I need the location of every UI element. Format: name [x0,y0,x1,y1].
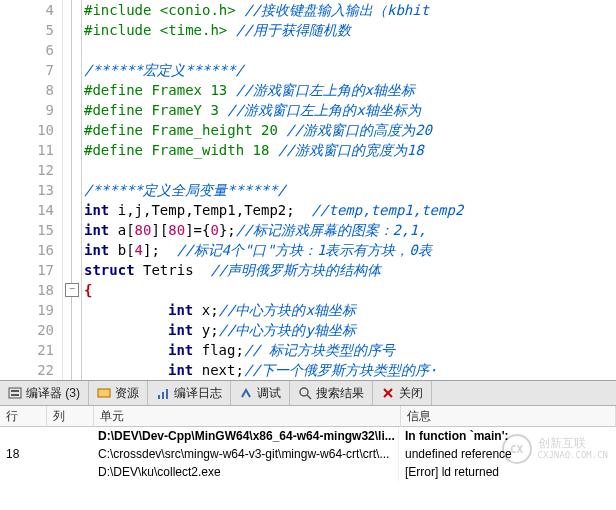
svg-point-7 [300,388,308,396]
panel-rows[interactable]: D:\DEV\Dev-Cpp\MinGW64\x86_64-w64-mingw3… [0,427,616,510]
code-line[interactable]: /******宏定义******/ [84,60,616,80]
tab-debug[interactable]: 调试 [231,381,290,405]
svg-rect-3 [98,389,110,397]
code-line[interactable]: /******定义全局变量******/ [84,180,616,200]
panel-column-headers: 行 列 单元 信息 [0,406,616,427]
header-message[interactable]: 信息 [401,406,616,427]
tab-label: 关闭 [399,385,423,402]
svg-rect-2 [11,394,19,396]
header-line[interactable]: 行 [0,406,47,427]
code-line[interactable]: #define FrameY 3 //游戏窗口左上角的x轴坐标为 [84,100,616,120]
code-line[interactable]: { [84,280,616,300]
code-line[interactable]: int next;//下一个俄罗斯方块类型的序· [84,360,616,380]
table-row[interactable]: 18C:\crossdev\src\mingw-w64-v3-git\mingw… [0,445,616,463]
bottom-panel: 编译器 (3) 资源 编译日志 调试 搜索结果 [0,380,616,510]
svg-rect-0 [9,388,21,398]
line-number-gutter: 4567891011121314151617181920212223 [0,0,63,380]
svg-rect-5 [162,392,164,399]
svg-rect-6 [166,389,168,399]
code-line[interactable]: #include <conio.h> //接收键盘输入输出（kbhit [84,0,616,20]
svg-rect-1 [11,390,19,392]
tab-label: 编译日志 [174,385,222,402]
compiler-icon [8,386,22,400]
code-line[interactable] [84,40,616,60]
code-line[interactable] [84,160,616,180]
tab-compile-log[interactable]: 编译日志 [148,381,231,405]
code-line[interactable]: struct Tetris //声明俄罗斯方块的结构体 [84,260,616,280]
code-line[interactable]: #define Framex 13 //游戏窗口左上角的x轴坐标 [84,80,616,100]
code-line[interactable]: #include <time.h> //用于获得随机数 [84,20,616,40]
code-area[interactable]: #include <conio.h> //接收键盘输入输出（kbhit#incl… [82,0,616,380]
svg-line-8 [307,395,311,399]
svg-rect-4 [158,395,160,399]
resources-icon [97,386,111,400]
code-line[interactable]: int y;//中心方块的y轴坐标 [84,320,616,340]
code-line[interactable]: #define Frame_width 18 //游戏窗口的宽度为18 [84,140,616,160]
code-line[interactable]: int i,j,Temp,Temp1,Temp2; //temp,temp1,t… [84,200,616,220]
tab-close[interactable]: 关闭 [373,381,432,405]
code-line[interactable]: int flag;// 标记方块类型的序号 [84,340,616,360]
table-row[interactable]: D:\DEV\ku\collect2.exe[Error] ld returne… [0,463,616,481]
tab-label: 调试 [257,385,281,402]
tab-label: 搜索结果 [316,385,364,402]
header-col[interactable]: 列 [47,406,94,427]
compilelog-icon [156,386,170,400]
table-row[interactable]: D:\DEV\Dev-Cpp\MinGW64\x86_64-w64-mingw3… [0,427,616,445]
code-line[interactable]: int b[4]; //标记4个"口"方块：1表示有方块，0表 [84,240,616,260]
code-line[interactable]: int a[80][80]={0};//标记游戏屏幕的图案：2,1, [84,220,616,240]
code-line[interactable]: #define Frame_height 20 //游戏窗口的高度为20 [84,120,616,140]
tab-resources[interactable]: 资源 [89,381,148,405]
panel-tabs: 编译器 (3) 资源 编译日志 调试 搜索结果 [0,381,616,406]
code-editor[interactable]: 4567891011121314151617181920212223 − #in… [0,0,616,380]
debug-icon [239,386,253,400]
code-line[interactable]: int x;//中心方块的x轴坐标 [84,300,616,320]
tab-label: 编译器 (3) [26,385,80,402]
tab-compiler[interactable]: 编译器 (3) [0,381,89,405]
fold-minus-icon[interactable]: − [65,283,79,297]
search-icon [298,386,312,400]
fold-strip[interactable]: − [63,0,82,380]
header-unit[interactable]: 单元 [94,406,401,427]
tab-search-results[interactable]: 搜索结果 [290,381,373,405]
tab-label: 资源 [115,385,139,402]
close-icon [381,386,395,400]
